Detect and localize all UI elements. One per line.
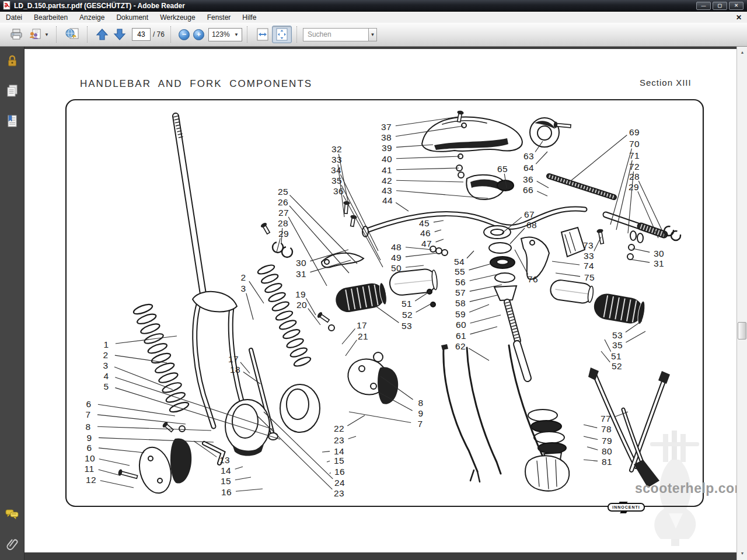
callout-number: 53 (612, 330, 623, 340)
callout-number: 37 (381, 122, 392, 132)
page-number-input[interactable] (132, 28, 151, 41)
callout-number: 14 (334, 446, 344, 456)
callout-number: 9 (418, 408, 423, 418)
fit-page-button[interactable] (272, 26, 292, 43)
callout-number: 42 (382, 176, 392, 186)
callout-number: 23 (334, 435, 344, 445)
callout-number: 16 (221, 487, 232, 497)
callout-number: 3 (240, 284, 246, 293)
share-button[interactable]: ▼ (26, 27, 51, 41)
callout-number: 30 (296, 258, 306, 268)
scroll-up-icon[interactable]: ▲ (738, 47, 747, 57)
maximize-button[interactable]: ▢ (713, 2, 727, 10)
toolbar-separator (247, 26, 249, 43)
menu-item-fenster[interactable]: Fenster (201, 12, 237, 23)
callout-number: 41 (382, 165, 392, 175)
toolbar-separator (170, 26, 172, 43)
toolbar-separator (56, 26, 58, 43)
exploded-parts-diagram: 1234567896101112131415162319201718172122… (25, 49, 736, 552)
callout-number: 44 (382, 195, 393, 205)
previous-page-icon (96, 28, 109, 41)
menu-item-bearbeiten[interactable]: Bearbeiten (28, 12, 74, 23)
pdf-page: HANDLEBAR AND FORK COMPONENTS Section XI… (25, 49, 736, 552)
callout-number: 18 (230, 365, 240, 374)
callout-number: 2 (103, 350, 108, 360)
toolbar-separator (87, 26, 89, 43)
web-export-button[interactable] (62, 27, 82, 42)
callout-number: 15 (334, 456, 344, 466)
menu-item-werkzeuge[interactable]: Werkzeuge (154, 12, 201, 23)
callout-number: 54 (454, 257, 465, 267)
share-dropdown-caret: ▼ (44, 32, 49, 37)
callout-number: 45 (419, 218, 430, 228)
menu-item-dokument[interactable]: Dokument (110, 12, 154, 23)
menu-item-datei[interactable]: Datei (0, 12, 28, 23)
zoom-out-button[interactable]: − (179, 29, 190, 40)
print-button[interactable] (7, 27, 26, 41)
search-dropdown-icon[interactable]: ▼ (368, 28, 377, 41)
security-lock-icon (6, 55, 18, 67)
callout-number: 2 (240, 272, 246, 282)
callout-number: 10 (85, 453, 95, 463)
callout-number: 24 (334, 478, 345, 488)
callout-number: 15 (221, 476, 231, 486)
callout-number: 56 (455, 277, 466, 287)
callout-number: 52 (612, 361, 622, 371)
toolbar: ▼ / 76 − + 123% ▼ (0, 23, 747, 47)
menu-item-hilfe[interactable]: Hilfe (236, 12, 262, 23)
callout-number: 5 (103, 382, 109, 391)
comments-icon (5, 509, 19, 520)
callout-number: 47 (421, 239, 432, 249)
callout-number: 72 (629, 162, 640, 172)
scrollbar-thumb[interactable] (738, 322, 746, 340)
callout-number: 58 (455, 298, 466, 308)
search-input[interactable] (303, 28, 368, 41)
scroll-down-icon[interactable]: ▼ (738, 548, 747, 558)
attachments-panel-button[interactable] (6, 538, 18, 553)
callout-number: 34 (331, 165, 341, 175)
callout-number: 79 (602, 436, 612, 446)
fit-width-button[interactable] (253, 26, 272, 43)
callout-number: 59 (455, 309, 466, 319)
security-panel-button[interactable] (6, 55, 18, 69)
close-document-icon[interactable]: ✕ (731, 13, 747, 22)
callout-number: 38 (381, 132, 392, 142)
callout-number: 52 (402, 310, 413, 320)
minimize-button[interactable]: — (696, 2, 711, 10)
callout-number: 70 (629, 139, 640, 149)
callout-number: 57 (455, 288, 466, 298)
close-button[interactable]: ✕ (729, 2, 743, 10)
callout-number: 75 (584, 272, 595, 282)
callout-number: 39 (382, 143, 392, 153)
bookmarks-icon (6, 115, 18, 128)
callout-number: 22 (334, 424, 344, 433)
menu-items: DateiBearbeitenAnzeigeDokumentWerkzeugeF… (0, 12, 262, 23)
parts-artwork (117, 110, 680, 496)
callout-number: 25 (278, 187, 288, 197)
search-box: ▼ (303, 28, 377, 41)
callout-number: 68 (526, 220, 537, 230)
comments-panel-button[interactable] (5, 509, 19, 523)
callout-number: 55 (455, 267, 465, 276)
callout-number: 17 (228, 354, 239, 364)
callout-number: 14 (221, 466, 231, 475)
previous-page-button[interactable] (93, 27, 111, 42)
callout-number: 6 (86, 399, 91, 409)
vertical-scrollbar[interactable]: ▲ ▼ (736, 47, 747, 560)
print-icon (9, 29, 23, 40)
page-thumbnails-button[interactable] (6, 85, 18, 100)
next-page-button[interactable] (111, 27, 128, 42)
zoom-level-select[interactable]: 123% ▼ (208, 28, 242, 41)
menu-item-anzeige[interactable]: Anzeige (74, 12, 110, 23)
callout-number: 8 (418, 398, 423, 408)
callout-number: 12 (86, 475, 96, 485)
callout-number: 33 (331, 155, 342, 164)
callout-number: 8 (85, 422, 90, 432)
page-total-label: / 76 (153, 30, 165, 38)
callout-number: 11 (84, 464, 94, 474)
callout-number: 76 (528, 274, 538, 284)
bookmarks-panel-button[interactable] (6, 115, 18, 130)
callout-number: 23 (334, 488, 344, 498)
zoom-in-button[interactable]: + (193, 29, 204, 40)
innocenti-badge: INNOCENTI (604, 502, 646, 513)
